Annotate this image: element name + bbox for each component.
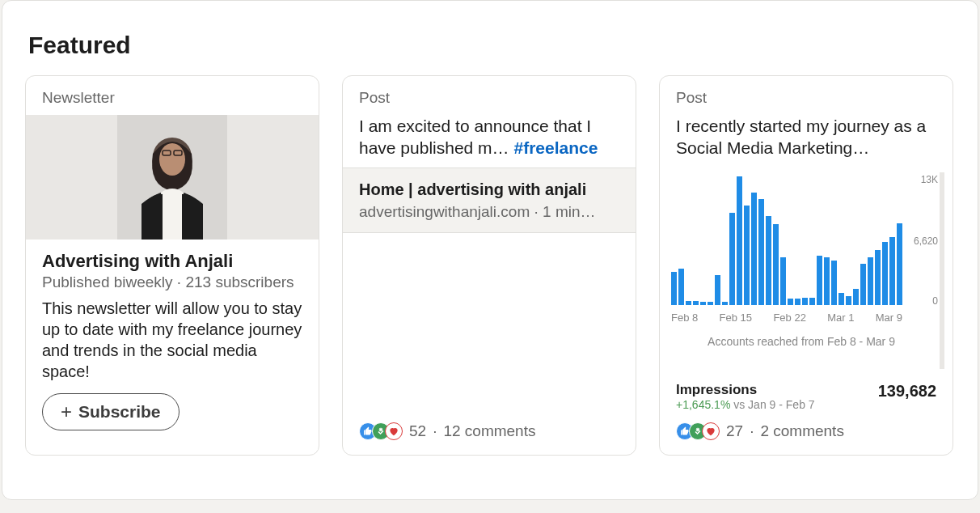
chart-xaxis: Feb 8 Feb 15 Feb 22 Mar 1 Mar 9: [668, 307, 935, 324]
chart-xtick: Feb 22: [773, 312, 805, 324]
reactions-count: 52: [409, 422, 426, 440]
impressions-label: Impressions: [676, 382, 815, 398]
chart-bar: [831, 261, 837, 304]
reactions-icons: [359, 422, 403, 440]
engagement-bar[interactable]: 27 · 2 comments: [660, 411, 953, 455]
chart-bar: [817, 256, 822, 304]
chart-caption: Accounts reached from Feb 8 - Mar 9: [668, 335, 935, 348]
newsletter-description: This newsletter will allow you to stay u…: [42, 298, 302, 382]
post-text: I recently started my journey as a Socia…: [660, 115, 953, 167]
impressions-delta: +1,645.1% vs Jan 9 - Feb 7: [676, 398, 815, 411]
impressions-delta-value: +1,645.1%: [676, 398, 730, 411]
chart-bar: [773, 224, 779, 305]
card-type-label: Post: [343, 76, 636, 115]
impressions-delta-vs: vs Jan 9 - Feb 7: [730, 398, 814, 411]
comments-count[interactable]: 12 comments: [443, 422, 535, 440]
chart-bar: [846, 296, 851, 305]
chart-bar: [882, 242, 888, 305]
featured-card-newsletter[interactable]: Newsletter: [25, 75, 319, 456]
chart-bar: [729, 213, 735, 304]
chart-xtick: Feb 15: [720, 312, 752, 324]
link-preview[interactable]: Home | advertising with anjali advertisi…: [343, 167, 636, 233]
newsletter-portrait: [117, 115, 227, 240]
chart-bar: [824, 257, 830, 305]
chart-bar: [853, 289, 859, 305]
impressions-row: Impressions +1,645.1% vs Jan 9 - Feb 7 1…: [660, 369, 953, 411]
subscribe-label: Subscribe: [78, 402, 161, 422]
chart-bar: [802, 298, 808, 305]
chart-bar: [751, 193, 757, 305]
chart-bars: [671, 176, 902, 305]
chart-bar: [678, 269, 684, 304]
svg-point-2: [159, 143, 185, 176]
reactions-count: 27: [726, 422, 743, 440]
chart-xtick: Mar 1: [827, 312, 854, 324]
featured-card-post-2[interactable]: Post I recently started my journey as a …: [659, 75, 953, 456]
section-title: Featured: [28, 32, 955, 59]
chart-bar: [809, 298, 815, 305]
reaction-love-icon: [702, 422, 720, 440]
newsletter-title: Advertising with Anjali: [42, 251, 302, 272]
chart-bar: [795, 299, 800, 304]
chart-bar: [860, 264, 866, 304]
reactions-icons: [676, 422, 720, 440]
chart-bar: [889, 237, 895, 305]
chart-bar: [780, 257, 786, 305]
chart-bar: [868, 257, 873, 305]
chart-bar: [788, 299, 793, 304]
chart-bar: [686, 301, 691, 305]
featured-cards-row: Newsletter: [25, 75, 955, 456]
separator-dot: ·: [433, 422, 437, 440]
spacer: [343, 233, 636, 411]
chart-bar: [737, 176, 742, 305]
analytics-image: 13K 6,620 0 Feb 8 Feb 15 Feb 22 Mar 1 Ma…: [668, 172, 944, 369]
newsletter-body: Advertising with Anjali Published biweek…: [26, 240, 319, 455]
plus-icon: +: [61, 402, 72, 422]
chart-bar: [766, 216, 771, 305]
chart-bar: [722, 302, 728, 305]
comments-count[interactable]: 2 comments: [760, 422, 843, 440]
chart-xtick: Mar 9: [876, 312, 902, 324]
chart-bar: [708, 302, 713, 305]
chart-bar: [700, 302, 706, 305]
featured-card-post-1[interactable]: Post I am excited to announce that I hav…: [342, 75, 636, 456]
impressions-value: 139,682: [878, 382, 936, 401]
engagement-bar[interactable]: 52 · 12 comments: [343, 411, 636, 455]
chart-bar: [671, 272, 677, 305]
card-type-label: Newsletter: [26, 76, 319, 115]
chart-bar: [693, 301, 699, 304]
subscribe-button[interactable]: + Subscribe: [42, 393, 180, 430]
chart-ytick: 0: [932, 295, 938, 307]
chart-bar: [715, 275, 720, 305]
newsletter-meta: Published biweekly · 213 subscribers: [42, 273, 302, 291]
chart-ytick: 13K: [921, 174, 938, 185]
post-hashtag[interactable]: #freelance: [513, 138, 598, 157]
featured-panel: Featured Newsletter: [2, 0, 978, 500]
chart-xtick: Feb 8: [671, 312, 698, 324]
link-preview-title: Home | advertising with anjali: [359, 180, 619, 200]
chart-bar: [875, 250, 881, 305]
link-preview-meta: advertisingwithanjali.com · 1 min…: [359, 203, 619, 221]
chart-bar: [897, 223, 902, 305]
chart-bar: [758, 199, 764, 304]
post-text: I am excited to announce that I have pub…: [343, 115, 636, 167]
reaction-love-icon: [385, 422, 403, 440]
chart-bar: [838, 293, 844, 305]
card-type-label: Post: [660, 76, 953, 115]
separator-dot: ·: [750, 422, 754, 440]
chart-ytick: 6,620: [914, 235, 938, 247]
newsletter-hero-image: [26, 115, 319, 240]
chart-bar: [744, 206, 750, 305]
